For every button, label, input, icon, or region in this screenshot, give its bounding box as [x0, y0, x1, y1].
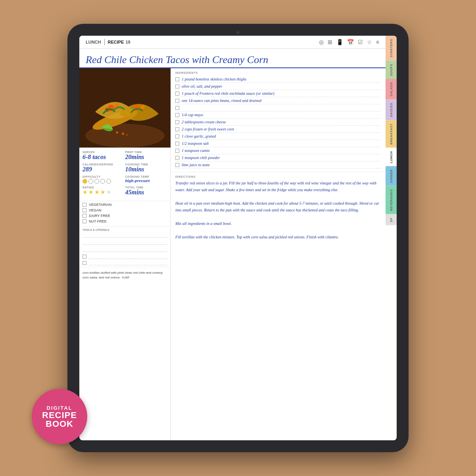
camera: [236, 31, 240, 34]
checkbox-nut-free-box[interactable]: [83, 219, 86, 223]
svg-point-7: [141, 105, 145, 109]
ingredient-row-5: [175, 104, 381, 111]
tool-checkbox-1[interactable]: [83, 255, 86, 259]
ingredient-text-13: lime juice to taste: [182, 163, 210, 167]
checkbox-dairy-free: DAIRY FREE: [83, 214, 167, 218]
ingredient-row-9: 1 clove garlic, grated: [175, 133, 381, 140]
checkbox-vegetarian: VEGETARIAN: [83, 203, 167, 207]
ingredient-row-7: 2 tablespoons cream cheese: [175, 119, 381, 126]
dot-1: [83, 179, 87, 184]
checkbox-nut-free: NUT FREE: [83, 219, 167, 223]
star-4: ★: [100, 189, 106, 195]
header-recipe-num: 19: [125, 40, 130, 44]
directions-text: Transfer red onion slices to a jar. Fill…: [175, 180, 381, 240]
tab-soups[interactable]: SOUPS: [386, 61, 397, 79]
star-5: ★: [106, 189, 111, 195]
tab-df[interactable]: DF: [386, 214, 397, 225]
ingredient-cb-2[interactable]: [175, 84, 179, 88]
menu-icon[interactable]: ≡: [376, 39, 379, 45]
checkbox-vegan-box[interactable]: [83, 208, 86, 212]
ingredient-cb-5[interactable]: [175, 106, 179, 110]
tool-line-1: [83, 233, 167, 238]
tablet: LUNCH RECIPE 19 ◎ ⊞ 📱 📅 ☑ ☆ ≡ Red Chile …: [67, 24, 409, 452]
tab-salads[interactable]: SALADS: [386, 79, 397, 100]
checkbox-vegan-label: VEGAN: [89, 208, 102, 212]
checkbox-vegetarian-label: VEGETARIAN: [89, 203, 111, 207]
ingredient-cb-13[interactable]: [175, 163, 179, 167]
calendar-icon[interactable]: 📅: [347, 39, 354, 45]
dot-4: [100, 179, 105, 184]
ingredient-row-2: olive oil, salt, and pepper: [175, 83, 381, 90]
tab-beverages[interactable]: BEVERAGES: [386, 186, 397, 214]
mobile-icon[interactable]: 📱: [336, 39, 343, 45]
serves-value: 6-8 tacos: [83, 154, 125, 161]
ingredient-text-3: 1 pouch of Frontera red chile enchilada …: [182, 91, 274, 96]
ingredient-cb-9[interactable]: [175, 134, 179, 138]
left-column: SERVES 6-8 tacos PREP TIME 20mins CALORI…: [79, 68, 171, 440]
tab-sauces[interactable]: SAUCES: [386, 100, 397, 120]
badge-container: DIGITAL RECIPE BOOK: [32, 389, 87, 444]
tab-lunch[interactable]: LUNCH: [386, 148, 397, 167]
tool-line-3: [83, 247, 167, 252]
total-time-value: 45mins: [125, 189, 167, 196]
food-image-inner: [79, 68, 171, 148]
svg-point-10: [116, 132, 118, 134]
total-time-box: TOTAL TIME 45mins: [125, 186, 167, 196]
ingredient-cb-3[interactable]: [175, 92, 179, 96]
grid-icon[interactable]: ⊞: [328, 39, 332, 45]
ingredient-cb-1[interactable]: [175, 77, 179, 81]
ingredient-cb-12[interactable]: [175, 156, 179, 160]
checkbox-dairy-free-label: DAIRY FREE: [89, 214, 110, 218]
ingredient-text-12: 1 teaspoon chili powder: [182, 155, 220, 160]
prep-time-value: 20mins: [125, 154, 167, 161]
badge-recipe-text: RECIPE: [42, 411, 77, 420]
difficulty-box: DIFFICULTY: [83, 175, 125, 184]
ingredients-section: INGREDIENTS 1 pound boneless skinless ch…: [171, 68, 386, 172]
stats-grid: SERVES 6-8 tacos PREP TIME 20mins CALORI…: [79, 148, 170, 201]
tab-dinner[interactable]: DINNER: [386, 166, 397, 186]
ingredient-cb-4[interactable]: [175, 99, 179, 103]
tool-checkbox-2[interactable]: [83, 261, 86, 265]
food-image: [79, 68, 171, 148]
svg-point-8: [122, 132, 124, 135]
ingredient-cb-11[interactable]: [175, 149, 179, 153]
cooking-time-value: 10mins: [125, 166, 167, 173]
cooking-temp-box: COOKING TEMP high-pressure: [125, 175, 167, 184]
notes-section: corn tortillas stuffed with pinto bean r…: [79, 267, 170, 440]
rating-stars: ★ ★ ★ ★ ★: [83, 189, 125, 195]
tab-starters[interactable]: STARTERS: [386, 36, 397, 61]
rating-box: RATING ★ ★ ★ ★ ★: [83, 186, 125, 196]
badge-book-text: BOOK: [46, 420, 73, 428]
serves-box: SERVES 6-8 tacos: [83, 151, 125, 161]
ingredient-cb-7[interactable]: [175, 120, 179, 124]
dot-5: [106, 179, 111, 184]
star-3: ★: [94, 189, 100, 195]
tablet-screen: LUNCH RECIPE 19 ◎ ⊞ 📱 📅 ☑ ☆ ≡ Red Chile …: [79, 36, 397, 440]
checkbox-vegetarian-box[interactable]: [83, 203, 86, 207]
ingredient-text-11: 1 teaspoon cumin: [182, 148, 210, 153]
cooking-time-label: COOKING TIME: [125, 163, 167, 166]
checkboxes-section: VEGETARIAN VEGAN DAIRY FREE NUT FRE: [79, 201, 170, 226]
header: LUNCH RECIPE 19 ◎ ⊞ 📱 📅 ☑ ☆ ≡: [79, 36, 386, 49]
checklist-icon[interactable]: ☑: [358, 39, 363, 45]
calories-label: CALORIES/SERVING: [83, 163, 125, 166]
star-icon[interactable]: ☆: [367, 39, 372, 45]
ingredient-row-4: one 14-ounce can pinto beans, rinsed and…: [175, 97, 381, 104]
tools-section: TOOLS & UTENSILS: [79, 226, 170, 267]
ingredients-label: INGREDIENTS: [175, 71, 381, 74]
checkbox-dairy-free-box[interactable]: [83, 214, 86, 218]
ingredient-cb-6[interactable]: [175, 113, 179, 117]
difficulty-label: DIFFICULTY: [83, 175, 125, 178]
ingredient-cb-8[interactable]: [175, 127, 179, 131]
main-content: LUNCH RECIPE 19 ◎ ⊞ 📱 📅 ☑ ☆ ≡ Red Chile …: [79, 36, 386, 440]
tab-breakfast[interactable]: BREAKFAST: [386, 120, 397, 148]
ingredient-cb-10[interactable]: [175, 142, 179, 146]
ingredient-row-1: 1 pound boneless skinless chicken thighs: [175, 76, 381, 83]
compass-icon[interactable]: ◎: [319, 39, 324, 45]
checkbox-nut-free-label: NUT FREE: [89, 219, 107, 223]
ingredient-row-3: 1 pouch of Frontera red chile enchilada …: [175, 90, 381, 97]
right-column: INGREDIENTS 1 pound boneless skinless ch…: [171, 68, 386, 440]
ingredient-text-7: 2 tablespoons cream cheese: [182, 120, 226, 124]
prep-time-box: PREP TIME 20mins: [125, 151, 167, 161]
ingredient-row-12: 1 teaspoon chili powder: [175, 154, 381, 161]
